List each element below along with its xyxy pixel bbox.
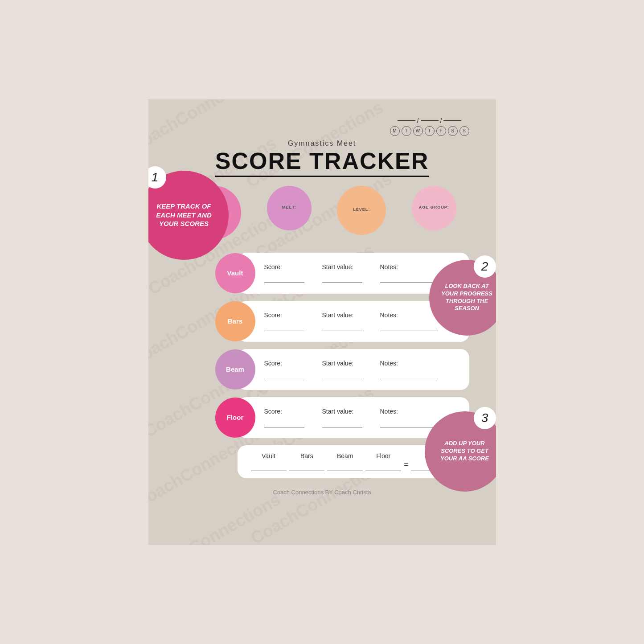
bars-score-field: Score: [264, 312, 304, 331]
vault-notes-label: Notes: [380, 263, 438, 271]
beam-fields: Score: Start value: Notes: [264, 360, 456, 379]
bars-notes-label: Notes: [380, 312, 438, 319]
step2-text: LOOK BACK AT YOUR PROGRESS THROUGH THE S… [438, 283, 496, 313]
score-tracker-page: CoachConnections CoachConnections CoachC… [148, 99, 496, 545]
bars-fields: Score: Start value: Notes: [264, 312, 456, 331]
vault-notes-field: Notes: [380, 263, 438, 283]
beam-sv-field: Start value: [322, 360, 362, 379]
header: Gymnastics Meet SCORE TRACKER [175, 139, 469, 177]
floor-score-label: Score: [264, 408, 304, 415]
vault-score-label: Score: [264, 263, 304, 271]
level-bubble: LEVEL: [337, 186, 386, 235]
footer: Coach Connections BY Coach Christa [175, 489, 469, 496]
bars-score-label: Score: [264, 312, 304, 319]
day-F[interactable]: F [436, 126, 446, 136]
vault-sv-label: Start value: [322, 263, 362, 271]
age-label: AGE GROUP: [419, 205, 449, 209]
footer-text: Coach Connections BY Coach Christa [273, 489, 371, 496]
beam-score-label: Score: [264, 360, 304, 367]
day-S2[interactable]: S [459, 126, 469, 136]
floor-sv-field: Start value: [322, 408, 362, 427]
vault-sv-input[interactable] [322, 272, 362, 283]
aa-beam-input[interactable] [327, 462, 363, 471]
vault-fields: Score: Start value: Notes: [264, 263, 456, 283]
day-T2[interactable]: T [425, 126, 435, 136]
beam-notes-label: Notes: [380, 360, 438, 367]
beam-label: Beam [226, 365, 244, 373]
step2-number: 2 [474, 255, 496, 278]
beam-score-input[interactable] [264, 369, 304, 379]
step3-number: 3 [474, 407, 496, 429]
date-box: / / M T W T F S S [390, 117, 469, 136]
aa-vault-col: Vault [251, 452, 287, 471]
date-row: / / M T W T F S S [175, 117, 469, 136]
floor-sv-label: Start value: [322, 408, 362, 415]
aa-floor-input[interactable] [365, 462, 401, 471]
bars-notes-field: Notes: [380, 312, 438, 331]
bars-sv-label: Start value: [322, 312, 362, 319]
floor-notes-label: Notes: [380, 408, 438, 415]
vault-event-bubble: Vault [215, 253, 255, 293]
age-bubble: AGE GROUP: [412, 186, 456, 230]
aa-beam-col: Beam [327, 452, 363, 471]
floor-notes-field: Notes: [380, 408, 438, 427]
step1-text: KEEP TRACK OF EACH MEET AND YOUR SCORES [148, 202, 220, 228]
aa-bars-input[interactable] [289, 462, 324, 471]
meet-bubble: MEET: [267, 186, 312, 230]
day-S[interactable]: S [448, 126, 458, 136]
day-circles: M T W T F S S [390, 126, 469, 136]
aa-vault-input[interactable] [251, 462, 287, 471]
aa-floor-label: Floor [376, 452, 390, 459]
bars-sv-field: Start value: [322, 312, 362, 331]
aa-floor-col: Floor [365, 452, 401, 471]
vault-score-input[interactable] [264, 272, 304, 283]
aa-beam-label: Beam [337, 452, 353, 459]
step1-number: 1 [148, 166, 166, 189]
aa-bars-col: Bars [289, 452, 324, 471]
beam-notes-input[interactable] [380, 369, 438, 379]
main-title: SCORE TRACKER [215, 148, 429, 177]
floor-score-field: Score: [264, 408, 304, 427]
beam-event-bubble: Beam [215, 349, 255, 390]
step3-text: ADD UP YOUR SCORES TO GET YOUR AA SCORE [434, 440, 496, 463]
day-W[interactable]: W [413, 126, 423, 136]
floor-score-input[interactable] [264, 417, 304, 427]
bars-score-input[interactable] [264, 320, 304, 331]
bars-label: Bars [228, 317, 242, 325]
meet-label: MEET: [282, 205, 296, 209]
level-label: LEVEL: [353, 207, 370, 212]
beam-notes-field: Notes: [380, 360, 438, 379]
bars-sv-input[interactable] [322, 320, 362, 331]
vault-score-field: Score: [264, 263, 304, 283]
floor-notes-input[interactable] [380, 417, 438, 427]
equals-sign: = [404, 460, 409, 471]
day-T[interactable]: T [402, 126, 411, 136]
aa-vault-label: Vault [262, 452, 275, 459]
floor-fields: Score: Start value: Notes: [264, 408, 456, 427]
floor-sv-input[interactable] [322, 417, 362, 427]
subtitle: Gymnastics Meet [175, 139, 469, 148]
vault-sv-field: Start value: [322, 263, 362, 283]
beam-card: Beam Score: Start value: Notes: [238, 349, 469, 390]
vault-notes-input[interactable] [380, 272, 438, 283]
floor-event-bubble: Floor [215, 398, 255, 438]
aa-bars-label: Bars [300, 452, 313, 459]
floor-label: Floor [227, 414, 244, 421]
day-M[interactable]: M [390, 126, 400, 136]
vault-label: Vault [227, 269, 243, 277]
bars-notes-input[interactable] [380, 320, 438, 331]
step1-bubble: 1 KEEP TRACK OF EACH MEET AND YOUR SCORE… [148, 171, 229, 260]
bars-event-bubble: Bars [215, 301, 255, 341]
beam-sv-input[interactable] [322, 369, 362, 379]
date-line: / / [398, 117, 462, 124]
beam-score-field: Score: [264, 360, 304, 379]
beam-sv-label: Start value: [322, 360, 362, 367]
